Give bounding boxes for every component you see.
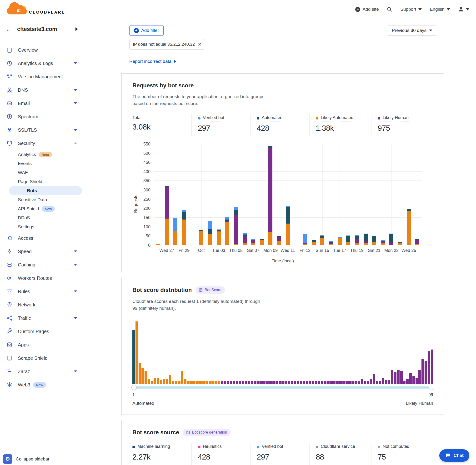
histogram-bar-score-71[interactable] [346, 381, 348, 384]
histogram-bar-score-42[interactable] [257, 381, 260, 384]
histogram-bar-score-57[interactable] [303, 381, 305, 384]
slider-handle-max[interactable] [429, 385, 434, 390]
add-site-button[interactable]: + Add site [355, 7, 379, 12]
sidebar-item-page-shield[interactable]: Page Shield [0, 177, 82, 186]
chat-button[interactable]: Chat [439, 449, 469, 462]
chevron-down-icon[interactable] [74, 89, 77, 91]
histogram-bar-score-81[interactable] [376, 381, 378, 384]
histogram-bar-score-72[interactable] [348, 381, 351, 384]
stacked-bar[interactable] [225, 217, 229, 245]
histogram-bar-score-54[interactable] [294, 381, 296, 384]
chevron-down-icon[interactable] [74, 290, 77, 292]
histogram-bar-score-35[interactable] [236, 381, 238, 384]
histogram-bar-score-15[interactable] [175, 381, 177, 384]
sidebar-item-sensitive-data[interactable]: Sensitive Data [0, 195, 82, 204]
histogram-bar-score-12[interactable] [166, 379, 168, 384]
gear-icon[interactable]: ⚙ [3, 454, 12, 464]
histogram-bar-score-11[interactable] [163, 379, 165, 384]
histogram-bar-score-9[interactable] [157, 378, 159, 384]
histogram-bar-score-44[interactable] [263, 381, 266, 384]
sidebar-item-analytics-logs[interactable]: Analytics & Logs [0, 57, 82, 70]
histogram-bar-score-68[interactable] [336, 381, 338, 384]
histogram-bar-score-93[interactable] [413, 376, 415, 384]
histogram-bar-score-37[interactable] [242, 381, 244, 384]
histogram-bar-score-29[interactable] [218, 381, 220, 384]
histogram-bar-score-6[interactable] [148, 379, 150, 384]
sidebar-item-ddos[interactable]: DDoS [0, 213, 82, 222]
account-menu[interactable] [458, 6, 469, 12]
histogram-bar-score-52[interactable] [288, 381, 290, 384]
histogram-bar-score-59[interactable] [309, 381, 311, 384]
stacked-bar[interactable] [251, 239, 255, 245]
sidebar-item-waf[interactable]: WAF [0, 168, 82, 177]
histogram-bar-score-92[interactable] [409, 373, 412, 384]
histogram-bar-score-58[interactable] [306, 381, 308, 384]
stacked-bar[interactable] [320, 235, 324, 245]
stacked-bar[interactable] [165, 186, 169, 245]
sidebar-item-spectrum[interactable]: Spectrum [0, 110, 82, 123]
histogram-bar-score-91[interactable] [406, 379, 409, 384]
histogram-bar-score-95[interactable] [418, 370, 421, 384]
histogram-bar-score-31[interactable] [224, 381, 226, 384]
stacked-bar[interactable] [208, 221, 212, 245]
histogram-bar-score-10[interactable] [160, 380, 162, 384]
histogram-bar-score-55[interactable] [297, 381, 299, 384]
stat-label[interactable]: Machine learning [132, 444, 170, 450]
histogram-bar-score-67[interactable] [333, 381, 336, 384]
histogram-bar-score-47[interactable] [272, 381, 275, 384]
sidebar-item-network[interactable]: Network [0, 298, 82, 311]
support-menu[interactable]: Support [400, 7, 422, 12]
histogram-bar-score-2[interactable] [136, 321, 138, 384]
histogram-bar-score-33[interactable] [230, 381, 232, 384]
stacked-bar[interactable] [182, 210, 186, 245]
histogram-bar-score-85[interactable] [388, 380, 391, 384]
histogram-bar-score-16[interactable] [178, 381, 180, 384]
stat-label[interactable]: Verified bot [198, 115, 224, 121]
chevron-down-icon[interactable] [74, 264, 77, 266]
stacked-bar[interactable] [268, 146, 272, 245]
sidebar-item-custom-pages[interactable]: Custom Pages [0, 325, 82, 338]
chevron-up-icon[interactable] [74, 142, 77, 144]
stacked-bar[interactable] [407, 209, 411, 245]
sidebar-item-bots[interactable]: Bots [9, 186, 82, 195]
sidebar-item-ssl-tls[interactable]: SSL/TLS [0, 123, 82, 137]
histogram-bar-score-53[interactable] [291, 381, 293, 384]
histogram-bar-score-77[interactable] [364, 381, 366, 384]
histogram-bar-score-99[interactable] [431, 349, 433, 384]
histogram-bar-score-63[interactable] [321, 381, 323, 384]
histogram-bar-score-45[interactable] [266, 381, 269, 384]
histogram-bar-score-49[interactable] [279, 381, 281, 384]
histogram-bar-score-30[interactable] [221, 381, 223, 384]
histogram-bar-score-39[interactable] [248, 381, 251, 384]
histogram-bar-score-3[interactable] [138, 363, 141, 384]
histogram-bar-score-14[interactable] [172, 381, 174, 384]
back-arrow-icon[interactable]: ← [6, 25, 12, 33]
sidebar-item-dns[interactable]: DNS [0, 83, 82, 97]
stacked-bar[interactable] [173, 218, 177, 245]
chevron-down-icon[interactable] [74, 370, 77, 372]
histogram-bar-score-7[interactable] [151, 381, 153, 384]
sidebar-item-web3[interactable]: Web3New [0, 378, 82, 391]
stat-label[interactable]: Automated [257, 115, 282, 121]
sidebar-item-analytics[interactable]: AnalyticsBeta [0, 150, 82, 159]
sidebar-item-zaraz[interactable]: Zaraz [0, 365, 82, 378]
histogram-bar-score-17[interactable] [181, 371, 184, 384]
histogram-bar-score-84[interactable] [385, 380, 387, 384]
histogram-bar-score-75[interactable] [358, 381, 360, 384]
histogram-bar-score-62[interactable] [318, 381, 320, 384]
add-filter-button[interactable]: + Add filter [129, 25, 164, 36]
chevron-down-icon[interactable] [74, 62, 77, 64]
histogram-bar-score-20[interactable] [190, 381, 193, 384]
stacked-bar[interactable] [312, 240, 316, 245]
histogram-bar-score-90[interactable] [403, 381, 406, 384]
histogram-bar-score-23[interactable] [199, 381, 202, 384]
stat-label[interactable]: Not computed [378, 444, 409, 450]
histogram-bar-score-26[interactable] [209, 381, 211, 384]
stacked-bar[interactable] [277, 236, 281, 245]
histogram-bar-score-51[interactable] [285, 381, 287, 384]
histogram-bar-score-74[interactable] [355, 381, 357, 384]
cloudflare-logo[interactable]: CLOUDFLARE [5, 2, 65, 16]
histogram-bar-score-79[interactable] [370, 379, 372, 384]
stat-label[interactable]: Cloudflare service [316, 444, 355, 450]
histogram-bar-score-40[interactable] [251, 381, 253, 384]
